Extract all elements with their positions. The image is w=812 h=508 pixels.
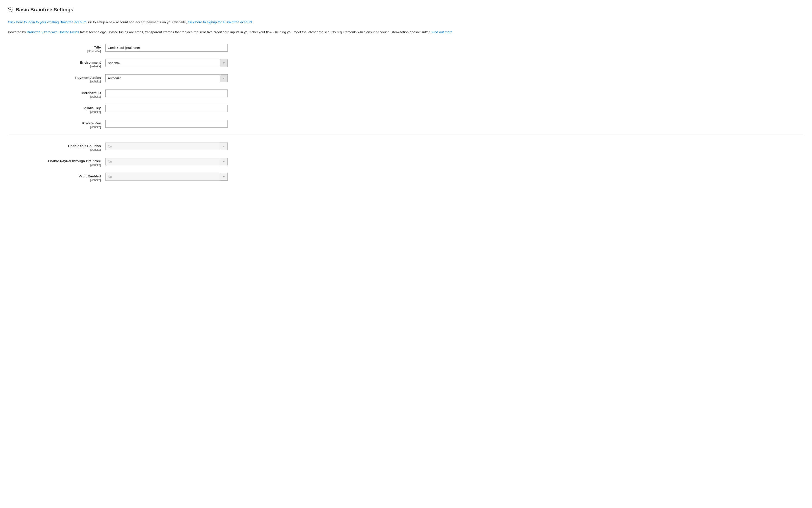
field-scope: [website] <box>8 95 101 98</box>
label-col: Title [store view] <box>8 44 105 53</box>
field-row-environment: Environment [website] Sandbox <box>8 59 804 68</box>
input-col: No <box>105 173 228 180</box>
input-col: No <box>105 158 228 165</box>
input-col: Authorize <box>105 74 228 82</box>
field-label: Enable this Solution <box>8 144 101 148</box>
field-scope: [website] <box>8 163 101 167</box>
select-wrapper: No <box>105 158 228 165</box>
input-col: No <box>105 142 228 150</box>
field-row-public-key: Public Key [website] <box>8 105 804 114</box>
intro-text-fragment: . <box>453 30 453 34</box>
intro-text-fragment: . Or to setup a new account and accept p… <box>86 20 188 24</box>
payment-action-select[interactable]: Authorize <box>105 74 228 82</box>
intro-text-fragment: Powered by <box>8 30 27 34</box>
enable-paypal-select: No <box>105 158 228 165</box>
field-label: Enable PayPal through Braintree <box>8 159 101 163</box>
environment-select[interactable]: Sandbox <box>105 59 228 67</box>
label-col: Environment [website] <box>8 59 105 68</box>
input-col: Sandbox <box>105 59 228 67</box>
intro-paragraph-1: Click here to login to your existing Bra… <box>8 19 804 25</box>
select-wrapper: No <box>105 142 228 150</box>
input-col <box>105 89 228 97</box>
hosted-fields-link[interactable]: Braintree v.zero with Hosted Fields <box>27 30 79 34</box>
section-header[interactable]: Basic Braintree Settings <box>8 7 804 13</box>
input-col <box>105 120 228 128</box>
label-col: Enable this Solution [website] <box>8 142 105 151</box>
field-label: Title <box>8 45 101 49</box>
select-wrapper: Authorize <box>105 74 228 82</box>
find-out-more-link[interactable]: Find out more <box>432 30 453 34</box>
field-label: Payment Action <box>8 76 101 80</box>
vault-enabled-select: No <box>105 173 228 180</box>
select-wrapper: Sandbox <box>105 59 228 67</box>
label-col: Private Key [website] <box>8 120 105 129</box>
field-row-merchant-id: Merchant ID [website] <box>8 89 804 98</box>
field-scope: [website] <box>8 178 101 182</box>
enable-solution-select: No <box>105 142 228 150</box>
field-scope: [store view] <box>8 50 101 53</box>
label-col: Enable PayPal through Braintree [website… <box>8 158 105 167</box>
input-col <box>105 105 228 113</box>
field-scope: [website] <box>8 148 101 151</box>
field-label: Environment <box>8 60 101 65</box>
label-col: Payment Action [website] <box>8 74 105 83</box>
field-scope: [website] <box>8 110 101 114</box>
section-title: Basic Braintree Settings <box>16 7 73 13</box>
field-row-title: Title [store view] <box>8 44 804 53</box>
collapse-up-icon <box>8 7 12 12</box>
private-key-input[interactable] <box>105 120 228 128</box>
field-label: Vault Enabled <box>8 174 101 178</box>
field-scope: [website] <box>8 126 101 129</box>
public-key-input[interactable] <box>105 105 228 113</box>
intro-paragraph-2: Powered by Braintree v.zero with Hosted … <box>8 30 804 35</box>
field-row-vault-enabled: Vault Enabled [website] No <box>8 173 804 182</box>
intro-text-fragment: latest technology. Hosted Fields are sma… <box>79 30 432 34</box>
field-label: Private Key <box>8 121 101 125</box>
signup-link[interactable]: click here to signup for a Braintree acc… <box>188 20 252 24</box>
input-col <box>105 44 228 52</box>
select-wrapper: No <box>105 173 228 180</box>
divider <box>8 135 804 135</box>
merchant-id-input[interactable] <box>105 89 228 97</box>
field-label: Merchant ID <box>8 91 101 95</box>
field-row-enable-paypal: Enable PayPal through Braintree [website… <box>8 158 804 167</box>
label-col: Merchant ID [website] <box>8 89 105 98</box>
form-area: Title [store view] Environment [website]… <box>8 44 804 182</box>
field-row-enable-solution: Enable this Solution [website] No <box>8 142 804 151</box>
field-label: Public Key <box>8 106 101 110</box>
field-scope: [website] <box>8 80 101 83</box>
label-col: Vault Enabled [website] <box>8 173 105 182</box>
label-col: Public Key [website] <box>8 105 105 114</box>
field-scope: [website] <box>8 65 101 68</box>
intro-text-fragment: . <box>252 20 253 24</box>
field-row-payment-action: Payment Action [website] Authorize <box>8 74 804 83</box>
field-row-private-key: Private Key [website] <box>8 120 804 129</box>
login-link[interactable]: Click here to login to your existing Bra… <box>8 20 86 24</box>
title-input[interactable] <box>105 44 228 52</box>
